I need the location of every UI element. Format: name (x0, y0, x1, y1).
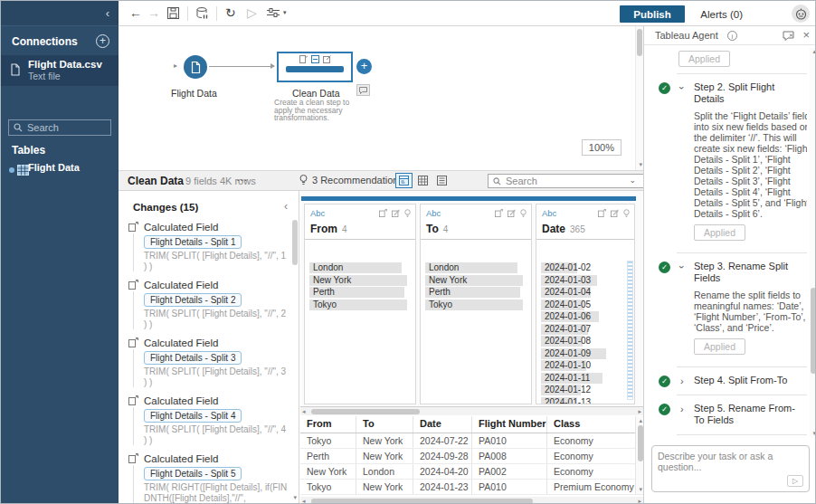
collapse-pane-icon[interactable]: ⌄ (629, 176, 636, 185)
step-chevron-icon[interactable]: › (680, 404, 684, 414)
step-chevron-icon[interactable]: › (677, 265, 688, 269)
comment-bubble-icon[interactable] (356, 84, 370, 96)
grid-vscrollbar[interactable]: ▴ ▾ (635, 416, 643, 494)
change-item[interactable]: Calculated FieldFlight Details - Split 2… (128, 280, 289, 329)
clear-conversation-icon[interactable] (783, 31, 794, 41)
grid-column-header[interactable]: To (356, 416, 413, 433)
value-row[interactable]: Tokyo (425, 300, 527, 310)
grid-column-header[interactable]: From (300, 416, 356, 433)
sidebar-collapse-icon[interactable]: ‹ (106, 6, 109, 20)
alerts-button[interactable]: Alerts (0) (700, 5, 743, 23)
redo-icon[interactable]: → (147, 5, 160, 20)
grid-hscrollbar-top[interactable]: ◂ ▸ (300, 407, 643, 415)
changes-scrollbar[interactable] (292, 220, 298, 265)
publish-button[interactable]: Publish (620, 5, 685, 23)
grid-column-header[interactable]: Date (413, 416, 472, 433)
field-name-pill[interactable]: Flight Details - Split 1 (144, 235, 242, 249)
calculated-field-icon[interactable] (495, 209, 503, 217)
scroll-left-icon[interactable]: ◂ (302, 408, 306, 415)
calculated-field-icon[interactable] (598, 209, 606, 217)
scroll-down-icon[interactable]: ▾ (639, 161, 642, 168)
sidebar-item-flight-data[interactable]: Flight Data (1, 161, 119, 179)
flow-scrollbar[interactable]: ▾ (635, 26, 643, 170)
table-row[interactable]: New YorkLondon2024-04-20PA002Economy (300, 464, 643, 480)
change-item[interactable]: Calculated FieldFlight Details - Split 1… (128, 222, 289, 271)
step-title[interactable]: Step 4. Split From-To (694, 375, 802, 386)
value-row[interactable]: 2024-01-13 (541, 397, 630, 405)
change-item[interactable]: Calculated FieldFlight Details - Split 5… (128, 453, 289, 503)
profile-card-date[interactable]: AbcDate3652024-01-022024-01-032024-01-04… (536, 204, 635, 404)
field-name[interactable]: Date (542, 223, 565, 235)
value-row[interactable]: 2024-01-02 (541, 262, 630, 273)
value-row[interactable]: 2024-01-04 (541, 287, 630, 298)
collapse-changes-icon[interactable]: ‹ (284, 200, 288, 213)
info-icon[interactable]: i (727, 31, 737, 41)
undo-icon[interactable]: ← (129, 5, 142, 20)
field-name-pill[interactable]: Flight Details - Split 5 (144, 467, 242, 480)
value-row[interactable]: London (425, 262, 527, 273)
field-name[interactable]: To (426, 223, 439, 235)
more-options-icon[interactable]: ⋯ (236, 174, 248, 186)
step-title[interactable]: Step 5. Rename From-To Fields (694, 403, 802, 426)
sidebar-search[interactable] (8, 119, 111, 136)
change-item[interactable]: Calculated FieldFlight Details - Split 4… (128, 395, 289, 445)
change-item[interactable]: Calculated FieldFlight Details - Split 3… (128, 338, 289, 387)
recommendation-bulb-icon[interactable] (520, 209, 527, 218)
step-title[interactable]: Step 2. Split Flight Details (694, 81, 802, 105)
applied-button[interactable]: Applied (694, 338, 745, 355)
flow-canvas[interactable]: ▸ + Flight Data Clean Data Create a clea… (119, 26, 643, 171)
applied-button[interactable]: Applied (678, 51, 730, 67)
card-scrollbar[interactable] (627, 261, 633, 400)
save-icon[interactable] (167, 7, 179, 19)
field-name[interactable]: From (310, 223, 337, 235)
scroll-right-icon[interactable]: ▸ (638, 408, 641, 415)
profile-card-from[interactable]: AbcFrom4LondonNew YorkPerthTokyo (304, 204, 416, 404)
data-pause-icon[interactable] (196, 7, 208, 19)
grid-column-header[interactable]: Class (547, 416, 638, 433)
value-row[interactable]: New York (425, 275, 527, 286)
table-row[interactable]: TokyoNew York2024-07-22PA010Economy (300, 433, 643, 449)
step-chevron-icon[interactable]: › (680, 376, 684, 386)
sliders-caret-icon[interactable]: ▾ (283, 9, 287, 16)
connection-item[interactable]: Flight Data.csv Text file (1, 55, 119, 86)
data-type-label[interactable]: Abc (542, 208, 556, 218)
scroll-down-icon[interactable]: ▾ (812, 430, 816, 437)
value-row[interactable]: Perth (309, 287, 411, 298)
step-title[interactable]: Step 3. Rename Split Fields (694, 261, 802, 284)
value-row[interactable]: 2024-01-09 (541, 348, 630, 359)
value-row[interactable]: 2024-01-05 (541, 300, 630, 310)
sidebar-search-input[interactable] (27, 122, 100, 133)
recommendation-bulb-icon[interactable] (623, 209, 630, 218)
scroll-down-icon[interactable]: ▾ (639, 486, 642, 493)
close-icon[interactable]: × (802, 29, 810, 42)
value-row[interactable]: 2024-01-12 (541, 385, 630, 395)
applied-button[interactable]: Applied (694, 224, 745, 241)
run-flow-icon[interactable]: ▷ (247, 5, 257, 20)
data-type-label[interactable]: Abc (426, 208, 441, 218)
field-name-pill[interactable]: Flight Details - Split 4 (144, 409, 242, 423)
agent-input-field[interactable] (658, 451, 802, 476)
value-row[interactable]: Perth (425, 287, 527, 298)
refresh-icon[interactable]: ↻ (225, 5, 236, 20)
value-row[interactable]: 2024-01-10 (541, 360, 630, 371)
grid-view-toggle[interactable] (414, 173, 432, 188)
field-name-pill[interactable]: Flight Details - Split 2 (144, 293, 242, 307)
edit-field-icon[interactable] (508, 209, 516, 217)
profile-view-toggle[interactable] (395, 173, 413, 188)
scroll-right-icon[interactable]: ▸ (638, 498, 641, 504)
data-type-label[interactable]: Abc (310, 208, 325, 218)
agent-avatar-icon[interactable] (792, 5, 810, 23)
edit-field-icon[interactable] (611, 209, 619, 217)
agent-scrollbar[interactable]: ▴ ▾ (810, 48, 816, 437)
agent-input-box[interactable]: ▷ (651, 445, 810, 492)
value-row[interactable]: London (309, 262, 411, 273)
grid-hscrollbar-bottom[interactable]: ◂ ▸ (300, 497, 643, 504)
table-row[interactable]: PerthNew York2024-09-28PA008Economy (300, 449, 643, 464)
profile-card-to[interactable]: AbcTo4LondonNew YorkPerthTokyo (420, 204, 532, 404)
field-name-pill[interactable]: Flight Details - Split 3 (144, 351, 242, 365)
value-row[interactable]: 2024-01-03 (541, 275, 630, 286)
scroll-up-icon[interactable]: ▴ (639, 417, 642, 424)
value-row[interactable]: 2024-01-06 (541, 311, 630, 322)
edit-field-icon[interactable] (392, 209, 400, 217)
flow-node-input[interactable] (184, 55, 207, 79)
